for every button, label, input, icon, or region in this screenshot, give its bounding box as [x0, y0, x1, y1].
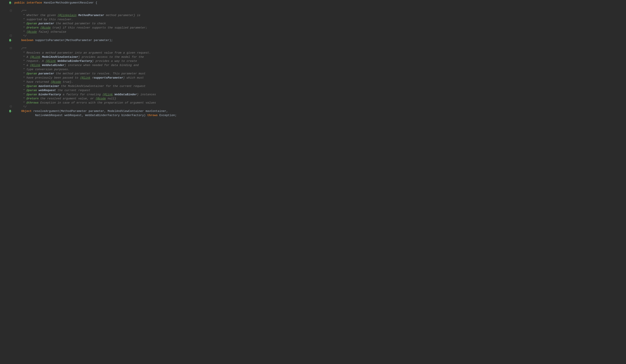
line-public-interface: public interface HandlerMethodArgumentRe…	[14, 1, 626, 5]
blank-line-2	[14, 42, 626, 47]
line-return1: * @return {@code true} if this resolver …	[14, 26, 626, 30]
line-param-parameter: * @param parameter the method parameter …	[14, 72, 626, 76]
code-row-conversion: * type conversion purposes.	[7, 68, 626, 72]
fold-icon-1[interactable]: −	[10, 10, 12, 11]
down-arrow-icon: ↓	[11, 1, 13, 4]
impl-icon-area: I ↓	[9, 1, 13, 4]
code-row-return1: * @return {@code true} if this resolver …	[7, 26, 626, 30]
code-row-blank2	[7, 42, 626, 47]
code-row-have-returned: * have returned {@code true}.	[7, 80, 626, 84]
code-row-param-binderfactory: * @param binderFactory a factory for cre…	[7, 93, 626, 97]
code-row-javadoc-open1: − /**	[7, 9, 626, 13]
row-icon-empty2	[7, 13, 14, 14]
fold-icon-2b[interactable]: −	[10, 106, 12, 107]
code-row: I ↓ public interface HandlerMethodArgume…	[7, 1, 626, 5]
line-conversion: * type conversion purposes.	[14, 68, 626, 72]
row-icon-empty4	[7, 22, 14, 22]
row-icon-object: I ↓	[7, 109, 14, 113]
line-param1: * @param parameter the method parameter …	[14, 22, 626, 26]
line-have-returned: * have returned {@code true}.	[14, 80, 626, 84]
code-row-object-method-cont: NativeWebRequest webRequest, WebDataBind…	[7, 113, 626, 118]
line-false-otherwise: * {@code false} otherwise	[14, 30, 626, 34]
line-param-binderfactory: * @param binderFactory a factory for cre…	[14, 93, 626, 97]
code-row-close2: − */	[7, 105, 626, 109]
row-icon-empty17	[7, 93, 14, 93]
editor-container: I ↓ public interface HandlerMethodArgume…	[0, 0, 626, 364]
line-throws: * @throws Exception in case of errors wi…	[14, 101, 626, 105]
code-row-modelview: * A {@Link ModelAndViewContainer} provid…	[7, 55, 626, 59]
row-icon-area: I ↓	[7, 1, 14, 4]
code-row-resolves: * Resolves a method parameter into an ar…	[7, 51, 626, 55]
line-whether: * Whether the given {@linkplain MethodPa…	[14, 13, 626, 18]
javadoc-open-1: /**	[14, 9, 626, 13]
row-icon-empty16	[7, 88, 14, 89]
code-row-param-mavcontainer: * @param mavContainer the ModelAndViewCo…	[7, 84, 626, 88]
code-row-false: * {@code false} otherwise	[7, 30, 626, 34]
code-row-supported: * supported by this resolver.	[7, 18, 626, 22]
javadoc-close-1: */	[14, 34, 626, 38]
code-row-object-method: I ↓ Object resolveArgument(MethodParamet…	[7, 109, 626, 113]
javadoc-open-2: /**	[14, 47, 626, 51]
row-icon-empty11	[7, 68, 14, 68]
code-content: I ↓ public interface HandlerMethodArgume…	[7, 0, 626, 364]
row-icon-empty7	[7, 51, 14, 51]
row-icon-fold1[interactable]: −	[7, 9, 14, 11]
row-icon-empty18	[7, 97, 14, 97]
line-have-passed: * have previously been passed to {@link …	[14, 76, 626, 80]
line-supported: * supported by this resolver.	[14, 18, 626, 22]
row-icon-empty10	[7, 63, 14, 64]
line-boolean-method: boolean supportsParameter(MethodParamete…	[14, 38, 626, 42]
line-webrequest: * request. A {@link WebDataBinderFactory…	[14, 59, 626, 63]
code-row-javadoc-open2: − /**	[7, 47, 626, 51]
row-icon-blank2	[7, 42, 14, 43]
code-row-boolean: I ↓ boolean supportsParameter(MethodPara…	[7, 38, 626, 42]
code-row-close1: − */	[7, 34, 626, 38]
object-down-arrow: ↓	[11, 110, 13, 112]
fold-icon-1b[interactable]: −	[10, 35, 12, 37]
boolean-impl-icon: I	[9, 39, 11, 42]
line-webdatabinder: * a {@link WebDataBinder} instance when …	[14, 63, 626, 68]
row-icon-empty	[7, 5, 14, 5]
line-object-method-cont: NativeWebRequest webRequest, WebDataBind…	[14, 113, 626, 118]
code-row-have-passed: * have previously been passed to {@link …	[7, 76, 626, 80]
row-icon-empty20	[7, 113, 14, 114]
row-icon-empty12	[7, 72, 14, 72]
interface-impl-icon: I	[9, 1, 11, 4]
blank-line	[14, 5, 626, 9]
line-param-mavcontainer: * @param mavContainer the ModelAndViewCo…	[14, 84, 626, 88]
line-resolves: * Resolves a method parameter into an ar…	[14, 51, 626, 55]
row-icon-empty9	[7, 59, 14, 59]
left-margin	[0, 0, 7, 364]
row-icon-fold2[interactable]: −	[7, 47, 14, 49]
row-icon-empty15	[7, 84, 14, 84]
code-row-return2: * @return the resolved argument value, o…	[7, 97, 626, 101]
code-row-param-parameter: * @param parameter the method parameter …	[7, 72, 626, 76]
code-row-whether: * Whether the given {@linkplain MethodPa…	[7, 13, 626, 18]
row-icon-empty14	[7, 80, 14, 80]
row-icon-fold2b[interactable]: −	[7, 105, 14, 107]
impl-icon-boolean: I ↓	[9, 39, 13, 42]
code-row-webrequest: * request. A {@link WebDataBinderFactory…	[7, 59, 626, 63]
line-return2: * @return the resolved argument value, o…	[14, 97, 626, 101]
row-icon-empty19	[7, 101, 14, 101]
line-param-webrequest: * @param webRequest the current request	[14, 88, 626, 93]
row-icon-empty5	[7, 26, 14, 26]
row-icon-empty13	[7, 76, 14, 76]
fold-icon-2[interactable]: −	[10, 47, 12, 49]
code-row-webdatabinder: * a {@link WebDataBinder} instance when …	[7, 63, 626, 68]
row-icon-fold1b[interactable]: −	[7, 34, 14, 37]
impl-icon-object: I ↓	[9, 109, 13, 113]
code-row-param-webrequest: * @param webRequest the current request	[7, 88, 626, 93]
boolean-down-arrow: ↓	[11, 39, 13, 41]
code-row-throws: * @throws Exception in case of errors wi…	[7, 101, 626, 105]
row-icon-empty8	[7, 55, 14, 55]
javadoc-close-2: */	[14, 105, 626, 109]
row-icon-boolean: I ↓	[7, 38, 14, 42]
code-row-param1: * @param parameter the method parameter …	[7, 22, 626, 26]
row-icon-empty3	[7, 18, 14, 18]
line-object-method: Object resolveArgument(MethodParameter p…	[14, 109, 626, 113]
row-icon-empty6	[7, 30, 14, 30]
object-impl-icon: I	[9, 110, 11, 113]
code-row-blank	[7, 5, 626, 9]
line-modelview: * A {@Link ModelAndViewContainer} provid…	[14, 55, 626, 59]
